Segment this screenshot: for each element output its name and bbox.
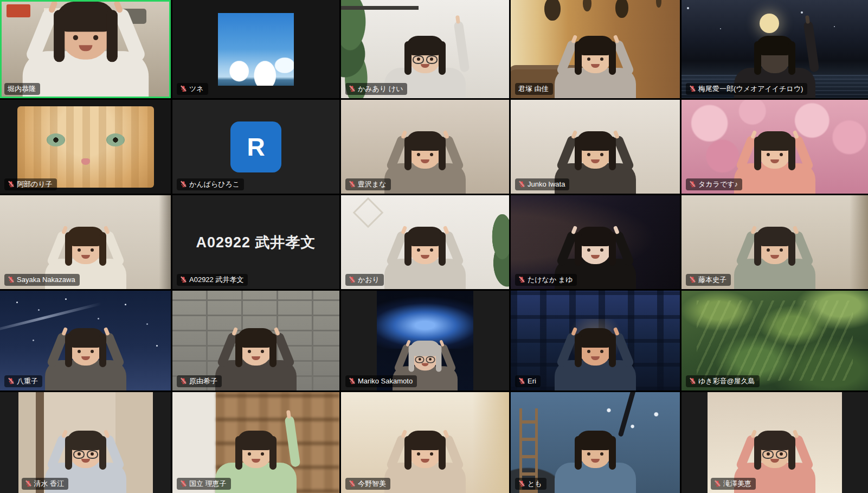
participant-tile[interactable]: かおり <box>341 195 509 289</box>
muted-mic-icon <box>25 480 32 487</box>
participant-name: Junko Iwata <box>528 180 565 189</box>
participant-tile[interactable]: Mariko Sakamoto <box>341 291 509 390</box>
eye <box>261 452 264 456</box>
participant-tile[interactable]: ツネ <box>172 0 339 98</box>
participant-tile[interactable]: 阿部のり子 <box>0 100 171 194</box>
cat-nose <box>81 158 90 165</box>
participant-tile[interactable]: 堀内恭隆 <box>0 0 171 98</box>
glasses <box>413 55 438 63</box>
person-head <box>409 434 441 468</box>
participant-name: 原由希子 <box>189 376 217 386</box>
person-head <box>70 332 101 366</box>
cat-eye <box>106 133 125 146</box>
participant-name: 藤本史子 <box>698 275 726 284</box>
participant-label: A02922 武井孝文 <box>177 274 248 286</box>
participant-label: Sayaka Nakazawa <box>4 274 80 286</box>
glasses <box>415 356 435 363</box>
person-head <box>409 40 441 73</box>
person-head <box>580 434 611 468</box>
person-hair <box>67 431 105 450</box>
person-head <box>759 135 790 169</box>
person-head <box>70 434 101 468</box>
participant-tile[interactable]: 原由希子 <box>172 291 339 390</box>
participant-label: タカラです♪ <box>686 178 742 190</box>
eye <box>248 350 251 353</box>
eye <box>767 248 770 252</box>
participant-name: たけなか まゆ <box>528 275 573 284</box>
participant-tile[interactable]: 梅尾愛一郎(ウメオアイイチロウ) <box>681 0 868 98</box>
muted-mic-icon <box>518 480 525 487</box>
participant-tile[interactable]: とも <box>511 392 680 493</box>
participant-tile[interactable]: タカラです♪ <box>681 100 868 194</box>
person-head <box>70 231 101 264</box>
mouth <box>591 64 600 68</box>
participant-tile[interactable]: ゆき彩音@屋久島 <box>681 291 868 390</box>
participant-tile[interactable]: A02922 武井孝文 A02922 武井孝文 <box>172 195 339 289</box>
person-hair <box>406 227 444 246</box>
participant-name: かんばらひろこ <box>189 180 240 189</box>
participant-name: 堀内恭隆 <box>8 84 36 93</box>
muted-mic-icon <box>8 181 15 188</box>
participant-name: 八重子 <box>17 376 38 386</box>
muted-mic-icon <box>349 377 356 385</box>
participant-tile[interactable]: 今野智美 <box>341 392 509 493</box>
participant-label: 梅尾愛一郎(ウメオアイイチロウ) <box>686 83 807 95</box>
participant-name: ゆき彩音@屋久島 <box>698 376 755 386</box>
person-head <box>61 8 110 60</box>
muted-mic-icon <box>180 377 187 385</box>
person-hair <box>410 341 440 356</box>
participant-tile[interactable]: 君塚 由佳 <box>511 0 680 98</box>
participant-label: 豊沢まな <box>345 178 391 190</box>
participant-tile[interactable]: Eri <box>511 291 680 390</box>
eye <box>91 350 94 353</box>
participant-name: 阿部のり子 <box>17 180 53 189</box>
person-hair <box>756 36 794 55</box>
participant-name: Mariko Sakamoto <box>358 376 413 386</box>
participant-label: 堀内恭隆 <box>4 83 40 95</box>
participant-name: 清水 香江 <box>34 479 65 488</box>
participant-tile[interactable]: 国立 理恵子 <box>172 392 339 493</box>
muted-mic-icon <box>349 276 356 283</box>
participant-name: 滝澤美恵 <box>723 479 751 488</box>
mouth <box>591 255 600 259</box>
person-hair <box>56 2 115 32</box>
muted-mic-icon <box>518 377 525 385</box>
participant-name: Eri <box>528 376 536 386</box>
person-hair <box>576 227 614 246</box>
participant-tile[interactable]: たけなか まゆ <box>511 195 680 289</box>
participant-tile[interactable]: 豊沢まな <box>341 100 509 194</box>
eye <box>417 153 420 156</box>
muted-mic-icon <box>689 276 696 283</box>
participant-tile[interactable]: 藤本史子 <box>681 195 868 289</box>
participant-name: 今野智美 <box>358 479 386 488</box>
participant-tile[interactable]: Sayaka Nakazawa <box>0 195 171 289</box>
participant-tile[interactable]: R かんばらひろこ <box>172 100 339 194</box>
person-head <box>580 40 611 73</box>
eye <box>587 248 590 252</box>
participant-tile[interactable]: かみあり けい <box>341 0 509 98</box>
person-figure <box>723 217 826 289</box>
person-figure <box>544 27 647 98</box>
person-head <box>580 332 611 366</box>
person-head <box>580 231 611 264</box>
person-hair <box>406 36 444 55</box>
participant-tile[interactable]: 滝澤美恵 <box>681 392 868 493</box>
person-hair <box>756 227 794 246</box>
person-figure <box>374 217 477 289</box>
participant-tile[interactable]: 清水 香江 <box>0 392 171 493</box>
participant-tile[interactable]: 八重子 <box>0 291 171 390</box>
muted-mic-icon <box>349 480 356 487</box>
participant-tile[interactable]: Junko Iwata <box>511 100 680 194</box>
right-arm <box>285 415 301 467</box>
participant-name: とも <box>528 479 542 488</box>
eye <box>417 248 420 252</box>
participant-name: 豊沢まな <box>358 180 387 189</box>
participant-label: 国立 理恵子 <box>177 478 231 490</box>
eye <box>261 350 264 353</box>
muted-mic-icon <box>8 276 15 283</box>
muted-mic-icon <box>518 181 525 188</box>
participant-label: 藤本史子 <box>686 274 731 286</box>
eye <box>587 452 590 456</box>
person-hair <box>576 131 614 151</box>
mouth <box>770 159 779 163</box>
